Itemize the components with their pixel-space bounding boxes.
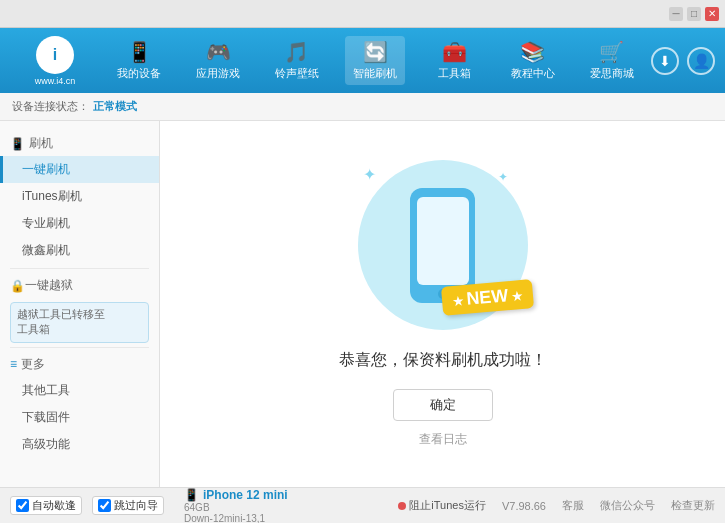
sidebar-item-one-key[interactable]: 一键刷机 [0,156,159,183]
sidebar-divider-1 [10,268,149,269]
sidebar-jailbreak-note: 越狱工具已转移至工具箱 [10,302,149,343]
nav-mydevice-icon: 📱 [127,40,152,64]
flash-section-icon: 📱 [10,137,25,151]
user-btn[interactable]: 👤 [687,47,715,75]
maximize-btn[interactable]: □ [687,7,701,21]
logo-icon: i [53,46,57,64]
sidebar-section-flash-title: 📱 刷机 [0,131,159,156]
jailbreak-title-text: 一键越狱 [25,277,73,294]
device-model: Down-12mini-13,1 [184,513,288,524]
check-update-link[interactable]: 检查更新 [671,498,715,513]
sidebar-item-save-flash[interactable]: 微鑫刷机 [0,237,159,264]
flash-title-text: 刷机 [29,135,53,152]
nav-toolbox-icon: 🧰 [442,40,467,64]
nav-right-buttons: ⬇ 👤 [651,47,715,75]
main-layout: 📱 刷机 一键刷机 iTunes刷机 专业刷机 微鑫刷机 🔒 一键越狱 [0,121,725,487]
logo[interactable]: i www.i4.cn [10,36,100,86]
sidebar-section-jailbreak: 🔒 一键越狱 越狱工具已转移至工具箱 [0,273,159,343]
itunes-status: 阻止iTunes运行 [398,498,486,513]
nav-ringtones-icon: 🎵 [284,40,309,64]
statusbar: 设备连接状态： 正常模式 [0,93,725,121]
device-name: 📱 iPhone 12 mini [184,488,288,502]
auto-close-input[interactable] [16,499,29,512]
sidebar: 📱 刷机 一键刷机 iTunes刷机 专业刷机 微鑫刷机 🔒 一键越狱 [0,121,160,487]
illustration: ✦ ✦ NEW [358,160,528,330]
nav-apps-games[interactable]: 🎮 应用游戏 [188,36,248,85]
device-info: 📱 iPhone 12 mini 64GB Down-12mini-13,1 [184,488,288,524]
topnav: i www.i4.cn 📱 我的设备 🎮 应用游戏 🎵 铃声壁纸 🔄 智能刷机 … [0,28,725,93]
sidebar-item-advanced[interactable]: 高级功能 [0,431,159,458]
sidebar-item-itunes[interactable]: iTunes刷机 [0,183,159,210]
sidebar-item-other-tools[interactable]: 其他工具 [0,377,159,404]
sparkle-left-icon: ✦ [363,165,376,184]
version-text: V7.98.66 [502,500,546,512]
logo-circle: i [36,36,74,74]
sidebar-item-pro-flash[interactable]: 专业刷机 [0,210,159,237]
success-text: 恭喜您，保资料刷机成功啦！ [339,350,547,371]
sparkle-right-icon: ✦ [498,170,508,184]
bottom-right: 阻止iTunes运行 V7.98.66 客服 微信公众号 检查更新 [398,498,715,513]
more-icon: ≡ [10,357,17,371]
nav-toolbox[interactable]: 🧰 工具箱 [424,36,484,85]
main-content: ✦ ✦ NEW 恭喜您，保资料刷机成功啦！ 确定 查看日志 [160,121,725,487]
lock-icon: 🔒 [10,279,25,293]
more-title-text: 更多 [21,356,45,373]
via-wizard-input[interactable] [98,499,111,512]
nav-my-device[interactable]: 📱 我的设备 [109,36,169,85]
nav-smart-flash[interactable]: 🔄 智能刷机 [345,36,405,85]
download-btn[interactable]: ⬇ [651,47,679,75]
nav-tutorial[interactable]: 📚 教程中心 [503,36,563,85]
nav-appsgames-icon: 🎮 [206,40,231,64]
nav-tutorial-icon: 📚 [520,40,545,64]
secondary-link[interactable]: 查看日志 [419,431,467,448]
titlebar: ─ □ ✕ [0,0,725,28]
confirm-button[interactable]: 确定 [393,389,493,421]
phone-circle: ✦ ✦ NEW [358,160,528,330]
nav-items: 📱 我的设备 🎮 应用游戏 🎵 铃声壁纸 🔄 智能刷机 🧰 工具箱 📚 教程中心… [100,36,651,85]
nav-store[interactable]: 🛒 爱思商城 [582,36,642,85]
sidebar-section-more: ≡ 更多 其他工具 下载固件 高级功能 [0,352,159,458]
nav-store-icon: 🛒 [599,40,624,64]
sidebar-item-download-fw[interactable]: 下载固件 [0,404,159,431]
sidebar-section-flash: 📱 刷机 一键刷机 iTunes刷机 专业刷机 微鑫刷机 [0,131,159,264]
bottom-left: 自动歇逢 跳过向导 📱 iPhone 12 mini 64GB Down-12m… [10,488,288,524]
device-storage: 64GB [184,502,288,513]
sidebar-more-title: ≡ 更多 [0,352,159,377]
phone-screen [417,197,469,285]
bottombar: 自动歇逢 跳过向导 📱 iPhone 12 mini 64GB Down-12m… [0,487,725,523]
nav-smartflash-icon: 🔄 [363,40,388,64]
sidebar-divider-2 [10,347,149,348]
via-wizard-checkbox[interactable]: 跳过向导 [92,496,164,515]
minimize-btn[interactable]: ─ [669,7,683,21]
status-value: 正常模式 [93,99,137,114]
device-icon: 📱 [184,488,199,502]
customer-service-link[interactable]: 客服 [562,498,584,513]
nav-ringtones[interactable]: 🎵 铃声壁纸 [267,36,327,85]
auto-close-checkbox[interactable]: 自动歇逢 [10,496,82,515]
sidebar-jailbreak-title: 🔒 一键越狱 [0,273,159,298]
close-btn[interactable]: ✕ [705,7,719,21]
red-dot-icon [398,502,406,510]
logo-url: www.i4.cn [35,76,76,86]
status-label: 设备连接状态： [12,99,89,114]
wechat-link[interactable]: 微信公众号 [600,498,655,513]
